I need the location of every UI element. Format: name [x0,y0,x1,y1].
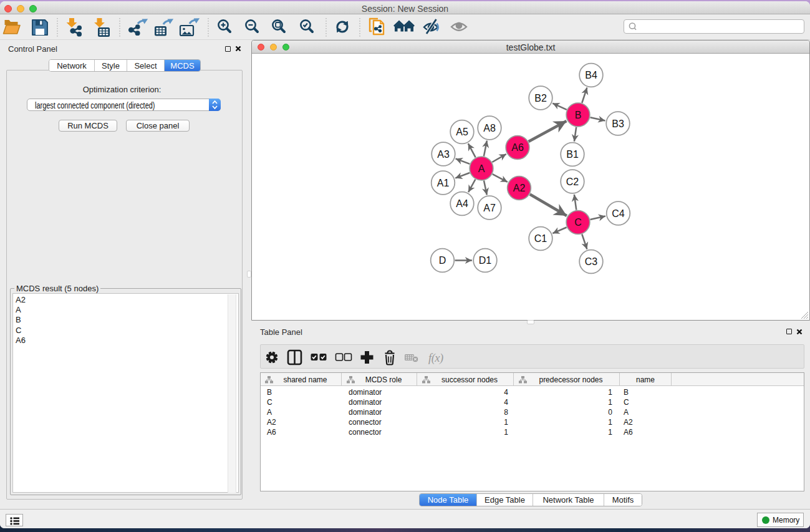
svg-text:A3: A3 [437,149,450,160]
svg-text:A: A [478,163,485,174]
svg-text:D1: D1 [479,255,492,266]
svg-text:C2: C2 [566,177,579,187]
svg-text:C4: C4 [612,208,625,219]
svg-text:A5: A5 [456,127,468,137]
svg-text:C: C [574,217,582,228]
svg-text:B: B [575,110,582,120]
svg-text:B3: B3 [612,118,624,129]
svg-text:D: D [439,255,446,266]
svg-text:B1: B1 [566,149,579,160]
svg-text:A4: A4 [456,198,468,209]
svg-text:A6: A6 [511,142,524,153]
svg-text:B2: B2 [534,93,547,104]
svg-text:A2: A2 [513,183,526,193]
svg-text:C1: C1 [534,233,547,244]
svg-text:C3: C3 [585,256,598,267]
svg-text:A8: A8 [483,123,496,133]
svg-text:A1: A1 [437,178,450,188]
svg-text:f(x): f(x) [428,352,443,365]
svg-text:B4: B4 [585,70,597,80]
svg-text:A7: A7 [483,203,496,213]
